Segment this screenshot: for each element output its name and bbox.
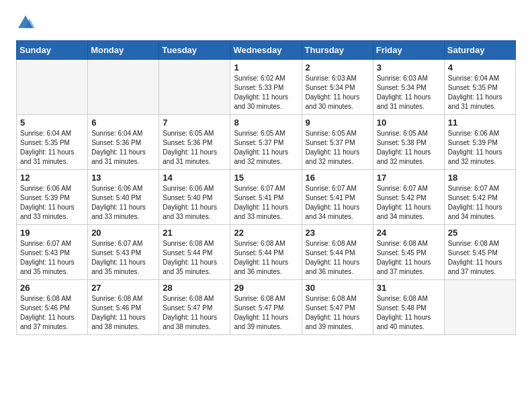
day-number: 18	[448, 173, 512, 183]
day-number: 2	[306, 62, 369, 73]
day-info: Sunrise: 6:04 AMSunset: 5:35 PMDaylight:…	[20, 129, 84, 167]
day-number: 22	[234, 228, 298, 238]
calendar-cell: 25 Sunrise: 6:08 AMSunset: 5:45 PMDaylig…	[444, 225, 515, 280]
day-number: 27	[91, 283, 155, 293]
calendar-cell: 3 Sunrise: 6:03 AMSunset: 5:34 PMDayligh…	[373, 60, 444, 115]
day-info: Sunrise: 6:07 AMSunset: 5:42 PMDaylight:…	[377, 184, 441, 222]
day-info: Sunrise: 6:07 AMSunset: 5:42 PMDaylight:…	[448, 184, 512, 222]
day-number: 12	[20, 173, 84, 183]
calendar-cell: 14 Sunrise: 6:06 AMSunset: 5:40 PMDaylig…	[159, 170, 230, 225]
day-info: Sunrise: 6:08 AMSunset: 5:47 PMDaylight:…	[163, 294, 226, 332]
calendar-cell: 1 Sunrise: 6:02 AMSunset: 5:33 PMDayligh…	[230, 60, 302, 115]
day-info: Sunrise: 6:03 AMSunset: 5:34 PMDaylight:…	[377, 74, 441, 111]
day-number: 15	[234, 173, 298, 183]
day-number: 1	[234, 62, 298, 73]
day-number: 6	[91, 118, 155, 128]
calendar-cell	[159, 60, 230, 115]
day-info: Sunrise: 6:05 AMSunset: 5:38 PMDaylight:…	[377, 129, 441, 167]
day-info: Sunrise: 6:04 AMSunset: 5:35 PMDaylight:…	[448, 74, 512, 111]
day-info: Sunrise: 6:08 AMSunset: 5:48 PMDaylight:…	[377, 294, 441, 332]
calendar-cell: 5 Sunrise: 6:04 AMSunset: 5:35 PMDayligh…	[17, 115, 88, 170]
day-number: 4	[448, 62, 512, 73]
day-info: Sunrise: 6:08 AMSunset: 5:46 PMDaylight:…	[20, 294, 84, 332]
day-number: 8	[234, 118, 298, 128]
day-number: 19	[20, 228, 84, 238]
day-info: Sunrise: 6:02 AMSunset: 5:33 PMDaylight:…	[234, 74, 298, 111]
page: SundayMondayTuesdayWednesdayThursdayFrid…	[0, 0, 532, 346]
day-info: Sunrise: 6:06 AMSunset: 5:40 PMDaylight:…	[163, 184, 226, 222]
day-number: 5	[20, 118, 84, 128]
calendar-cell: 23 Sunrise: 6:08 AMSunset: 5:44 PMDaylig…	[302, 225, 373, 280]
calendar-cell: 8 Sunrise: 6:05 AMSunset: 5:37 PMDayligh…	[230, 115, 302, 170]
calendar-cell: 9 Sunrise: 6:05 AMSunset: 5:37 PMDayligh…	[302, 115, 373, 170]
calendar-cell	[88, 60, 159, 115]
calendar-cell: 15 Sunrise: 6:07 AMSunset: 5:41 PMDaylig…	[230, 170, 302, 225]
day-info: Sunrise: 6:07 AMSunset: 5:43 PMDaylight:…	[20, 239, 84, 277]
week-row-3: 12 Sunrise: 6:06 AMSunset: 5:39 PMDaylig…	[17, 170, 516, 225]
header	[16, 13, 516, 32]
calendar-cell: 10 Sunrise: 6:05 AMSunset: 5:38 PMDaylig…	[373, 115, 444, 170]
day-number: 9	[306, 118, 369, 128]
calendar-table: SundayMondayTuesdayWednesdayThursdayFrid…	[16, 40, 516, 335]
weekday-friday: Friday	[373, 41, 444, 60]
day-info: Sunrise: 6:08 AMSunset: 5:47 PMDaylight:…	[306, 294, 369, 332]
day-info: Sunrise: 6:03 AMSunset: 5:34 PMDaylight:…	[306, 74, 369, 111]
day-info: Sunrise: 6:06 AMSunset: 5:39 PMDaylight:…	[20, 184, 84, 222]
week-row-1: 1 Sunrise: 6:02 AMSunset: 5:33 PMDayligh…	[17, 60, 516, 115]
day-info: Sunrise: 6:04 AMSunset: 5:36 PMDaylight:…	[91, 129, 155, 167]
weekday-thursday: Thursday	[302, 41, 373, 60]
day-info: Sunrise: 6:08 AMSunset: 5:44 PMDaylight:…	[163, 239, 226, 277]
weekday-tuesday: Tuesday	[159, 41, 230, 60]
calendar-cell: 4 Sunrise: 6:04 AMSunset: 5:35 PMDayligh…	[444, 60, 515, 115]
weekday-header-row: SundayMondayTuesdayWednesdayThursdayFrid…	[17, 41, 516, 60]
day-number: 10	[377, 118, 441, 128]
calendar-cell	[444, 280, 515, 335]
day-number: 11	[448, 118, 512, 128]
calendar-cell: 22 Sunrise: 6:08 AMSunset: 5:44 PMDaylig…	[230, 225, 302, 280]
calendar-cell: 7 Sunrise: 6:05 AMSunset: 5:36 PMDayligh…	[159, 115, 230, 170]
calendar-cell: 20 Sunrise: 6:07 AMSunset: 5:43 PMDaylig…	[88, 225, 159, 280]
calendar-cell: 27 Sunrise: 6:08 AMSunset: 5:46 PMDaylig…	[88, 280, 159, 335]
calendar-cell: 30 Sunrise: 6:08 AMSunset: 5:47 PMDaylig…	[302, 280, 373, 335]
calendar-cell: 17 Sunrise: 6:07 AMSunset: 5:42 PMDaylig…	[373, 170, 444, 225]
weekday-saturday: Saturday	[444, 41, 515, 60]
day-number: 25	[448, 228, 512, 238]
weekday-monday: Monday	[88, 41, 159, 60]
day-info: Sunrise: 6:07 AMSunset: 5:41 PMDaylight:…	[234, 184, 298, 222]
calendar-cell: 16 Sunrise: 6:07 AMSunset: 5:41 PMDaylig…	[302, 170, 373, 225]
day-info: Sunrise: 6:08 AMSunset: 5:46 PMDaylight:…	[91, 294, 155, 332]
weekday-wednesday: Wednesday	[230, 41, 302, 60]
weekday-sunday: Sunday	[17, 41, 88, 60]
day-info: Sunrise: 6:08 AMSunset: 5:47 PMDaylight:…	[234, 294, 298, 332]
calendar-cell: 21 Sunrise: 6:08 AMSunset: 5:44 PMDaylig…	[159, 225, 230, 280]
day-number: 17	[377, 173, 441, 183]
calendar-cell: 28 Sunrise: 6:08 AMSunset: 5:47 PMDaylig…	[159, 280, 230, 335]
day-info: Sunrise: 6:08 AMSunset: 5:45 PMDaylight:…	[448, 239, 512, 277]
calendar-cell: 24 Sunrise: 6:08 AMSunset: 5:45 PMDaylig…	[373, 225, 444, 280]
day-number: 30	[306, 283, 369, 293]
calendar-cell: 13 Sunrise: 6:06 AMSunset: 5:40 PMDaylig…	[88, 170, 159, 225]
day-number: 23	[306, 228, 369, 238]
calendar-cell: 19 Sunrise: 6:07 AMSunset: 5:43 PMDaylig…	[17, 225, 88, 280]
day-number: 20	[91, 228, 155, 238]
week-row-4: 19 Sunrise: 6:07 AMSunset: 5:43 PMDaylig…	[17, 225, 516, 280]
day-number: 7	[163, 118, 226, 128]
day-info: Sunrise: 6:05 AMSunset: 5:37 PMDaylight:…	[306, 129, 369, 167]
day-info: Sunrise: 6:08 AMSunset: 5:44 PMDaylight:…	[234, 239, 298, 277]
day-number: 31	[377, 283, 441, 293]
week-row-2: 5 Sunrise: 6:04 AMSunset: 5:35 PMDayligh…	[17, 115, 516, 170]
day-info: Sunrise: 6:05 AMSunset: 5:37 PMDaylight:…	[234, 129, 298, 167]
day-info: Sunrise: 6:06 AMSunset: 5:40 PMDaylight:…	[91, 184, 155, 222]
day-info: Sunrise: 6:05 AMSunset: 5:36 PMDaylight:…	[163, 129, 226, 167]
day-info: Sunrise: 6:08 AMSunset: 5:44 PMDaylight:…	[306, 239, 369, 277]
day-number: 28	[163, 283, 226, 293]
calendar-cell: 12 Sunrise: 6:06 AMSunset: 5:39 PMDaylig…	[17, 170, 88, 225]
week-row-5: 26 Sunrise: 6:08 AMSunset: 5:46 PMDaylig…	[17, 280, 516, 335]
calendar-cell: 2 Sunrise: 6:03 AMSunset: 5:34 PMDayligh…	[302, 60, 373, 115]
calendar-cell: 6 Sunrise: 6:04 AMSunset: 5:36 PMDayligh…	[88, 115, 159, 170]
calendar-cell: 26 Sunrise: 6:08 AMSunset: 5:46 PMDaylig…	[17, 280, 88, 335]
logo-icon	[16, 13, 35, 32]
day-info: Sunrise: 6:08 AMSunset: 5:45 PMDaylight:…	[377, 239, 441, 277]
day-number: 29	[234, 283, 298, 293]
calendar-cell: 31 Sunrise: 6:08 AMSunset: 5:48 PMDaylig…	[373, 280, 444, 335]
